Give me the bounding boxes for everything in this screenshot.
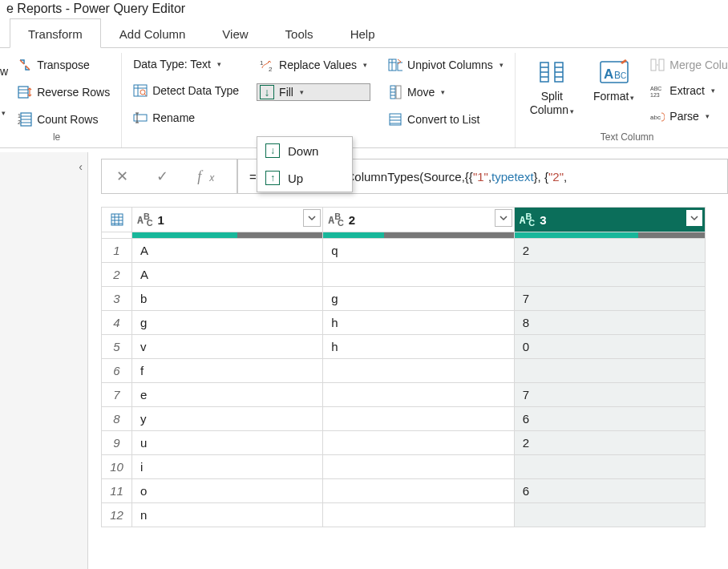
count-rows-button[interactable]: 12 Count Rows — [14, 111, 113, 128]
cell[interactable]: h — [323, 311, 514, 335]
row-number[interactable]: 9 — [102, 431, 132, 455]
cell[interactable]: 6 — [514, 479, 705, 503]
merge-columns-button[interactable]: Merge Colu — [647, 56, 728, 74]
cell[interactable]: 0 — [514, 335, 705, 359]
type-icon[interactable]: ABC — [328, 212, 343, 228]
cell[interactable] — [514, 455, 705, 479]
caret-icon[interactable] — [0, 105, 8, 118]
row-number[interactable]: 6 — [102, 359, 132, 383]
column-header-3[interactable]: ABC3 — [514, 208, 705, 232]
row-number[interactable]: 8 — [102, 407, 132, 431]
cell[interactable]: o — [132, 479, 323, 503]
fill-up-item[interactable]: ↑ Up — [257, 164, 352, 192]
cell[interactable] — [323, 479, 514, 503]
table-row[interactable]: 7e7 — [102, 383, 706, 407]
rename-button[interactable]: Rename — [130, 109, 242, 127]
cell[interactable]: g — [132, 311, 323, 335]
tab-add-column[interactable]: Add Column — [101, 18, 204, 48]
cell[interactable]: A — [132, 239, 323, 263]
fill-down-item[interactable]: ↓ Down — [257, 137, 352, 164]
cell[interactable] — [514, 359, 705, 383]
cell[interactable] — [514, 503, 705, 527]
cell[interactable]: 7 — [514, 383, 705, 407]
type-icon[interactable]: ABC — [520, 212, 535, 228]
cell[interactable] — [323, 455, 514, 479]
fx-icon[interactable]: fx — [189, 168, 230, 185]
tab-tools[interactable]: Tools — [267, 18, 332, 48]
row-number[interactable]: 7 — [102, 383, 132, 407]
cell[interactable]: g — [323, 287, 514, 311]
cell[interactable]: 7 — [514, 287, 705, 311]
collapse-pane-icon[interactable]: ‹ — [79, 160, 83, 173]
cell[interactable]: i — [132, 455, 323, 479]
extract-button[interactable]: ABC123 Extract — [647, 82, 728, 99]
parse-button[interactable]: abc Parse — [647, 107, 728, 125]
column-filter-dropdown[interactable] — [495, 209, 512, 227]
table-row[interactable]: 5vh0 — [102, 335, 706, 359]
cell[interactable] — [323, 503, 514, 527]
cell[interactable]: n — [132, 503, 323, 527]
table-row[interactable]: 10i — [102, 455, 706, 479]
tab-help[interactable]: Help — [332, 18, 394, 48]
table-row[interactable]: 2A — [102, 263, 706, 287]
transpose-button[interactable]: Transpose — [14, 56, 113, 74]
tab-view[interactable]: View — [204, 18, 266, 48]
replace-values-button[interactable]: 12 Replace Values — [257, 56, 370, 74]
table-row[interactable]: 9u2 — [102, 431, 706, 455]
row-number[interactable]: 4 — [102, 311, 132, 335]
column-filter-dropdown[interactable] — [303, 209, 321, 227]
detect-data-type-button[interactable]: Detect Data Type — [130, 82, 242, 99]
cancel-formula-icon[interactable]: ✕ — [108, 167, 136, 185]
table-row[interactable]: 3bg7 — [102, 287, 706, 311]
cell[interactable]: A — [132, 263, 323, 287]
split-column-button[interactable]: SplitColumn — [524, 54, 580, 128]
cell[interactable]: 6 — [514, 407, 705, 431]
convert-to-list-button[interactable]: Convert to List — [385, 111, 507, 128]
cell[interactable]: 2 — [514, 239, 705, 263]
column-header-2[interactable]: ABC2 — [323, 208, 514, 232]
reverse-rows-button[interactable]: Reverse Rows — [14, 83, 113, 101]
grid-corner[interactable] — [102, 208, 132, 232]
cell[interactable] — [514, 263, 705, 287]
cell[interactable] — [323, 263, 514, 287]
table-icon[interactable] — [111, 213, 123, 226]
table-row[interactable]: 11o6 — [102, 479, 706, 503]
cell[interactable]: y — [132, 407, 323, 431]
cell[interactable] — [323, 407, 514, 431]
row-number[interactable]: 10 — [102, 455, 132, 479]
cell[interactable]: v — [132, 335, 323, 359]
format-button[interactable]: ABC Format — [587, 54, 641, 128]
cell[interactable] — [323, 383, 514, 407]
column-filter-dropdown[interactable] — [686, 209, 703, 227]
cell[interactable]: q — [323, 239, 514, 263]
fill-dropdown[interactable]: ↓ Fill — [257, 83, 370, 101]
cell[interactable] — [323, 431, 514, 455]
cell[interactable]: f — [132, 359, 323, 383]
cell[interactable]: 2 — [514, 431, 705, 455]
type-icon[interactable]: ABC — [137, 212, 152, 228]
cell[interactable]: h — [323, 335, 514, 359]
accept-formula-icon[interactable]: ✓ — [148, 167, 176, 185]
cell[interactable]: b — [132, 287, 323, 311]
table-row[interactable]: 1Aq2 — [102, 239, 706, 263]
move-button[interactable]: Move — [385, 83, 507, 101]
cell[interactable] — [323, 359, 514, 383]
cell[interactable]: 8 — [514, 311, 705, 335]
row-number[interactable]: 2 — [102, 263, 132, 287]
row-number[interactable]: 12 — [102, 503, 132, 527]
table-row[interactable]: 4gh8 — [102, 311, 706, 335]
row-number[interactable]: 1 — [102, 239, 132, 263]
data-type-dropdown[interactable]: Data Type: Text — [130, 56, 242, 72]
unpivot-icon — [388, 58, 402, 72]
unpivot-columns-button[interactable]: Unpivot Columns — [385, 56, 507, 74]
table-row[interactable]: 12n — [102, 503, 706, 527]
cell[interactable]: u — [132, 431, 323, 455]
row-number[interactable]: 11 — [102, 479, 132, 503]
cell[interactable]: e — [132, 383, 323, 407]
row-number[interactable]: 3 — [102, 287, 132, 311]
table-row[interactable]: 6f — [102, 359, 706, 383]
column-header-1[interactable]: ABC1 — [132, 208, 323, 232]
tab-transform[interactable]: Transform — [10, 18, 101, 48]
row-number[interactable]: 5 — [102, 335, 132, 359]
table-row[interactable]: 8y6 — [102, 407, 706, 431]
